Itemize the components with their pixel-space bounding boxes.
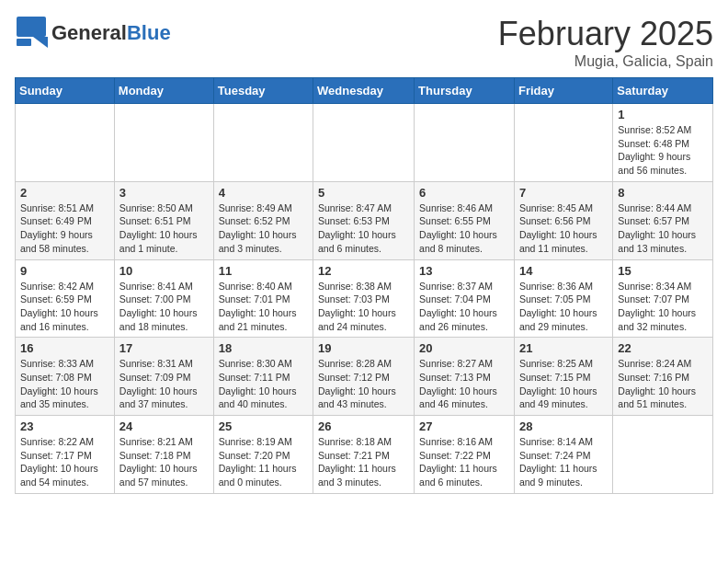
calendar-cell: 8Sunrise: 8:44 AM Sunset: 6:57 PM Daylig… (613, 181, 713, 259)
calendar-week-row: 2Sunrise: 8:51 AM Sunset: 6:49 PM Daylig… (16, 181, 713, 259)
calendar-week-row: 23Sunrise: 8:22 AM Sunset: 7:17 PM Dayli… (16, 416, 713, 494)
day-info: Sunrise: 8:18 AM Sunset: 7:21 PM Dayligh… (318, 435, 409, 489)
calendar-cell: 20Sunrise: 8:27 AM Sunset: 7:13 PM Dayli… (415, 338, 515, 416)
day-info: Sunrise: 8:36 AM Sunset: 7:05 PM Dayligh… (519, 280, 608, 334)
calendar-cell: 9Sunrise: 8:42 AM Sunset: 6:59 PM Daylig… (16, 259, 115, 338)
calendar-cell (313, 104, 415, 182)
day-info: Sunrise: 8:44 AM Sunset: 6:57 PM Dayligh… (618, 201, 708, 256)
calendar-cell: 27Sunrise: 8:16 AM Sunset: 7:22 PM Dayli… (415, 416, 515, 494)
day-info: Sunrise: 8:38 AM Sunset: 7:03 PM Dayligh… (318, 280, 409, 334)
svg-marker-1 (33, 37, 48, 48)
calendar-cell: 18Sunrise: 8:30 AM Sunset: 7:11 PM Dayli… (213, 338, 313, 416)
day-number: 10 (119, 264, 209, 278)
calendar-cell: 11Sunrise: 8:40 AM Sunset: 7:01 PM Dayli… (213, 259, 313, 338)
day-number: 25 (219, 419, 308, 433)
calendar-cell: 2Sunrise: 8:51 AM Sunset: 6:49 PM Daylig… (16, 181, 115, 259)
day-info: Sunrise: 8:30 AM Sunset: 7:11 PM Dayligh… (219, 357, 308, 411)
calendar-cell: 25Sunrise: 8:19 AM Sunset: 7:20 PM Dayli… (213, 416, 313, 494)
day-info: Sunrise: 8:42 AM Sunset: 6:59 PM Dayligh… (20, 280, 109, 334)
day-info: Sunrise: 8:47 AM Sunset: 6:53 PM Dayligh… (318, 201, 409, 256)
calendar-cell: 5Sunrise: 8:47 AM Sunset: 6:53 PM Daylig… (313, 181, 415, 259)
day-number: 2 (20, 186, 109, 200)
calendar-day-header: Monday (114, 78, 213, 104)
day-info: Sunrise: 8:25 AM Sunset: 7:15 PM Dayligh… (519, 357, 608, 411)
day-number: 20 (419, 341, 509, 355)
calendar-day-header: Sunday (16, 78, 115, 104)
calendar-day-header: Thursday (415, 78, 515, 104)
page-header: GeneralBlue February 2025 Mugia, Galicia… (15, 15, 713, 70)
day-number: 16 (20, 341, 109, 355)
calendar-day-header: Friday (514, 78, 612, 104)
day-info: Sunrise: 8:27 AM Sunset: 7:13 PM Dayligh… (419, 357, 509, 411)
calendar-table: SundayMondayTuesdayWednesdayThursdayFrid… (15, 77, 713, 494)
calendar-cell: 15Sunrise: 8:34 AM Sunset: 7:07 PM Dayli… (613, 259, 713, 338)
svg-rect-2 (17, 39, 31, 46)
day-number: 15 (618, 264, 708, 278)
day-info: Sunrise: 8:46 AM Sunset: 6:55 PM Dayligh… (419, 201, 509, 256)
calendar-cell: 4Sunrise: 8:49 AM Sunset: 6:52 PM Daylig… (213, 181, 313, 259)
day-number: 8 (618, 186, 708, 200)
calendar-cell (613, 416, 713, 494)
day-number: 22 (618, 341, 708, 355)
day-number: 5 (318, 186, 409, 200)
day-number: 7 (519, 186, 608, 200)
svg-rect-0 (17, 17, 46, 37)
day-info: Sunrise: 8:14 AM Sunset: 7:24 PM Dayligh… (519, 435, 608, 489)
calendar-cell (415, 104, 515, 182)
calendar-week-row: 1Sunrise: 8:52 AM Sunset: 6:48 PM Daylig… (16, 104, 713, 182)
day-info: Sunrise: 8:37 AM Sunset: 7:04 PM Dayligh… (419, 280, 509, 334)
logo-mark (15, 15, 48, 52)
calendar-cell: 13Sunrise: 8:37 AM Sunset: 7:04 PM Dayli… (415, 259, 515, 338)
day-info: Sunrise: 8:45 AM Sunset: 6:56 PM Dayligh… (519, 201, 608, 256)
calendar-cell: 24Sunrise: 8:21 AM Sunset: 7:18 PM Dayli… (114, 416, 213, 494)
day-number: 4 (219, 186, 308, 200)
calendar-cell: 10Sunrise: 8:41 AM Sunset: 7:00 PM Dayli… (114, 259, 213, 338)
calendar-cell (16, 104, 115, 182)
calendar-cell: 28Sunrise: 8:14 AM Sunset: 7:24 PM Dayli… (514, 416, 612, 494)
calendar-day-header: Tuesday (213, 78, 313, 104)
calendar-cell (114, 104, 213, 182)
calendar-cell: 14Sunrise: 8:36 AM Sunset: 7:05 PM Dayli… (514, 259, 612, 338)
calendar-cell: 23Sunrise: 8:22 AM Sunset: 7:17 PM Dayli… (16, 416, 115, 494)
logo-blue-text: Blue (127, 21, 171, 44)
day-info: Sunrise: 8:52 AM Sunset: 6:48 PM Dayligh… (618, 123, 708, 178)
day-info: Sunrise: 8:40 AM Sunset: 7:01 PM Dayligh… (219, 280, 308, 334)
day-number: 23 (20, 419, 109, 433)
day-info: Sunrise: 8:41 AM Sunset: 7:00 PM Dayligh… (119, 280, 209, 334)
day-number: 26 (318, 419, 409, 433)
day-number: 3 (119, 186, 209, 200)
day-number: 27 (419, 419, 509, 433)
calendar-header-row: SundayMondayTuesdayWednesdayThursdayFrid… (16, 78, 713, 104)
day-info: Sunrise: 8:31 AM Sunset: 7:09 PM Dayligh… (119, 357, 209, 411)
calendar-cell: 17Sunrise: 8:31 AM Sunset: 7:09 PM Dayli… (114, 338, 213, 416)
day-info: Sunrise: 8:51 AM Sunset: 6:49 PM Dayligh… (20, 201, 109, 256)
calendar-cell: 26Sunrise: 8:18 AM Sunset: 7:21 PM Dayli… (313, 416, 415, 494)
calendar-cell: 12Sunrise: 8:38 AM Sunset: 7:03 PM Dayli… (313, 259, 415, 338)
calendar-day-header: Wednesday (313, 78, 415, 104)
day-info: Sunrise: 8:49 AM Sunset: 6:52 PM Dayligh… (219, 201, 308, 256)
calendar-cell: 22Sunrise: 8:24 AM Sunset: 7:16 PM Dayli… (613, 338, 713, 416)
title-block: February 2025 Mugia, Galicia, Spain (498, 15, 713, 70)
calendar-cell: 3Sunrise: 8:50 AM Sunset: 6:51 PM Daylig… (114, 181, 213, 259)
day-number: 17 (119, 341, 209, 355)
day-number: 28 (519, 419, 608, 433)
day-info: Sunrise: 8:50 AM Sunset: 6:51 PM Dayligh… (119, 201, 209, 256)
calendar-cell: 1Sunrise: 8:52 AM Sunset: 6:48 PM Daylig… (613, 104, 713, 182)
day-number: 14 (519, 264, 608, 278)
location-title: Mugia, Galicia, Spain (498, 53, 713, 70)
calendar-cell: 21Sunrise: 8:25 AM Sunset: 7:15 PM Dayli… (514, 338, 612, 416)
day-info: Sunrise: 8:16 AM Sunset: 7:22 PM Dayligh… (419, 435, 509, 489)
day-info: Sunrise: 8:21 AM Sunset: 7:18 PM Dayligh… (119, 435, 209, 489)
calendar-cell (213, 104, 313, 182)
day-number: 6 (419, 186, 509, 200)
calendar-week-row: 9Sunrise: 8:42 AM Sunset: 6:59 PM Daylig… (16, 259, 713, 338)
day-number: 18 (219, 341, 308, 355)
day-info: Sunrise: 8:34 AM Sunset: 7:07 PM Dayligh… (618, 280, 708, 334)
logo-general-text: General (51, 21, 127, 44)
day-number: 13 (419, 264, 509, 278)
calendar-cell: 7Sunrise: 8:45 AM Sunset: 6:56 PM Daylig… (514, 181, 612, 259)
day-number: 12 (318, 264, 409, 278)
day-info: Sunrise: 8:19 AM Sunset: 7:20 PM Dayligh… (219, 435, 308, 489)
day-number: 1 (618, 108, 708, 121)
day-number: 21 (519, 341, 608, 355)
